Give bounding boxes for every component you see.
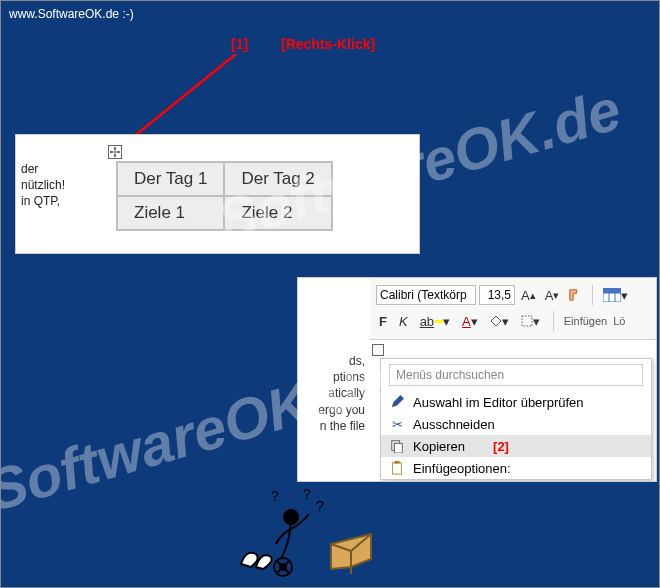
mini-toolbar: A▴ A▾ ▾ F K ab▾ A▾ ▾ ▾ Einfügen Lö: [370, 278, 656, 340]
word-context-panel: A▴ A▾ ▾ F K ab▾ A▾ ▾ ▾ Einfügen Lö ds, p…: [297, 277, 657, 482]
grow-font-button[interactable]: A▴: [518, 288, 539, 303]
menu-item-check-editor[interactable]: Auswahl im Editor überprüfen: [381, 391, 651, 413]
menu-item-label: Ausschneiden: [413, 417, 495, 432]
svg-rect-7: [394, 443, 402, 453]
shading-button[interactable]: ▾: [487, 314, 512, 329]
table-cell[interactable]: Ziele 1: [117, 196, 224, 230]
format-painter-icon[interactable]: [565, 288, 585, 302]
table-styles-icon[interactable]: ▾: [600, 288, 631, 303]
table-cell[interactable]: Ziele 2: [224, 196, 331, 230]
menu-item-label: Einfügeoptionen:: [413, 461, 511, 476]
confused-figure-doodle: ? ? ?: [221, 489, 421, 579]
annotation-1-number: [1]: [231, 36, 248, 52]
table-move-handle-icon[interactable]: [108, 145, 122, 159]
svg-rect-2: [603, 293, 621, 302]
highlight-color-button[interactable]: ab▾: [417, 314, 453, 329]
svg-line-0: [122, 54, 236, 146]
word-table[interactable]: Der Tag 1 Der Tag 2 Ziele 1 Ziele 2: [116, 161, 333, 231]
font-size-select[interactable]: [479, 285, 515, 305]
scissors-icon: ✂: [389, 416, 405, 432]
table-cell[interactable]: Der Tag 2: [224, 162, 331, 196]
svg-rect-8: [393, 463, 402, 474]
menu-item-paste-options[interactable]: Einfügeoptionen:: [381, 457, 651, 479]
svg-text:?: ?: [303, 489, 311, 502]
table-cell[interactable]: Der Tag 1: [117, 162, 224, 196]
insert-label[interactable]: Einfügen: [564, 315, 607, 327]
menu-search-input[interactable]: Menüs durchsuchen: [389, 364, 643, 386]
bold-button[interactable]: F: [376, 314, 390, 329]
context-menu: Menüs durchsuchen Auswahl im Editor über…: [380, 358, 652, 480]
annotation-2-number: [2]: [493, 439, 509, 454]
shrink-font-button[interactable]: A▾: [542, 288, 563, 303]
svg-rect-9: [394, 461, 399, 464]
table-row: Der Tag 1 Der Tag 2: [117, 162, 332, 196]
header-url: www.SoftwareOK.de :-): [9, 7, 134, 21]
font-select[interactable]: [376, 285, 476, 305]
doc-text-fragment: ds, ptions atically ergo you n the file: [303, 353, 365, 434]
annotation-1-label: [Rechts-Klick]: [281, 36, 375, 52]
clipboard-icon: [389, 460, 405, 476]
borders-button[interactable]: ▾: [518, 314, 543, 329]
svg-point-10: [284, 510, 298, 524]
menu-item-label: Auswahl im Editor überprüfen: [413, 395, 584, 410]
menu-item-label: Kopieren: [413, 439, 465, 454]
word-snippet-panel: der nützlich! in QTP, Der Tag 1 Der Tag …: [15, 134, 420, 254]
copy-icon: [389, 438, 405, 454]
svg-rect-5: [522, 316, 532, 326]
doc-text-fragment: der nützlich! in QTP,: [21, 161, 65, 210]
pen-icon: [389, 394, 405, 410]
menu-item-copy[interactable]: Kopieren [2]: [381, 435, 651, 457]
table-move-handle-icon[interactable]: [372, 344, 384, 356]
font-color-button[interactable]: A▾: [459, 314, 481, 329]
italic-button[interactable]: K: [396, 314, 411, 329]
table-row: Ziele 1 Ziele 2: [117, 196, 332, 230]
delete-label[interactable]: Lö: [613, 315, 625, 327]
svg-text:?: ?: [271, 489, 279, 504]
svg-text:?: ?: [316, 498, 324, 514]
menu-item-cut[interactable]: ✂ Ausschneiden: [381, 413, 651, 435]
